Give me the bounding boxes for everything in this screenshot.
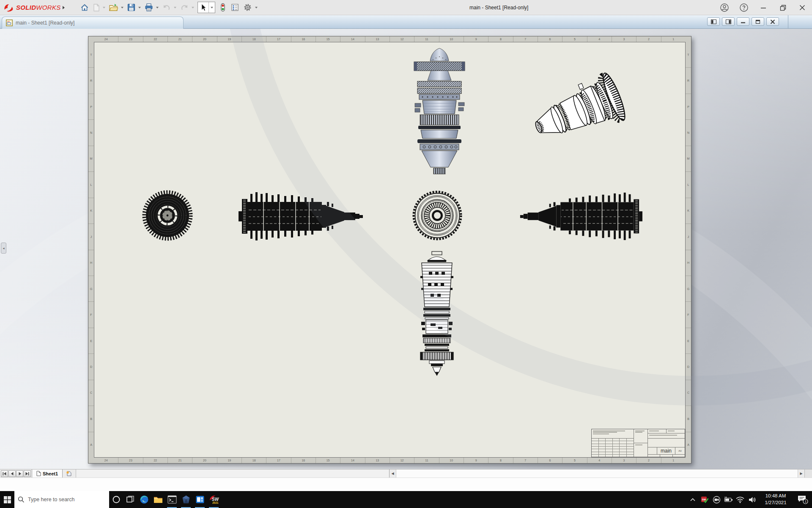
ds-swoosh-icon	[3, 3, 14, 12]
doc-close-button[interactable]	[766, 17, 779, 26]
minimize-button[interactable]	[758, 2, 769, 13]
taskbar-clock[interactable]: 10:48 AM 1/27/2021	[758, 493, 793, 506]
solidworks-logo: SOLIDWORKS	[0, 3, 69, 12]
file-properties-button[interactable]	[229, 2, 241, 14]
add-sheet-button[interactable]	[63, 469, 76, 478]
zone-label: 17	[266, 458, 291, 463]
print-caret[interactable]	[156, 7, 159, 8]
notification-center-button[interactable]: 1	[793, 491, 812, 508]
hidden-icons-button[interactable]	[687, 491, 699, 508]
undo-button[interactable]	[161, 2, 173, 14]
zone-label: 13	[365, 36, 390, 42]
search-icon	[18, 496, 25, 503]
task-pane-collapse-arrow[interactable]: ◂	[1, 243, 6, 254]
wifi-button[interactable]	[734, 491, 746, 508]
terminal-button[interactable]	[165, 491, 179, 508]
scroll-right-arrow[interactable]: ▶	[798, 469, 804, 478]
window-controls	[719, 0, 808, 15]
app-window-button[interactable]	[193, 491, 207, 508]
drawing-view-isometric[interactable]	[526, 69, 636, 148]
options-caret[interactable]	[255, 7, 258, 8]
undo-caret[interactable]	[174, 7, 176, 8]
split-right-button[interactable]	[722, 17, 735, 26]
undo-icon	[162, 4, 171, 11]
drawing-view-side-left[interactable]	[239, 189, 365, 244]
file-explorer-button[interactable]	[151, 491, 165, 508]
save-caret[interactable]	[138, 7, 141, 8]
last-sheet-button[interactable]	[24, 470, 31, 477]
solidworks-2021-icon: SW 2021	[209, 494, 219, 505]
battery-icon	[724, 496, 733, 504]
horizontal-scrollbar[interactable]: ◀ ▶	[389, 469, 812, 478]
open-button[interactable]	[107, 2, 120, 14]
battery-button[interactable]	[722, 491, 734, 508]
next-sheet-button[interactable]	[16, 470, 23, 477]
close-button[interactable]	[797, 2, 808, 13]
new-document-button[interactable]	[91, 2, 102, 14]
rebuild-button[interactable]	[217, 2, 228, 14]
split-left-button[interactable]	[707, 17, 720, 26]
drawing-view-top-shaded[interactable]	[412, 47, 467, 175]
solidworks-monitor-button[interactable]: SW	[699, 491, 710, 508]
home-button[interactable]	[79, 2, 91, 14]
restore-button[interactable]	[777, 2, 788, 13]
zone-strip-top: 242322212019181716151413121110987654321	[94, 36, 686, 42]
prism-app-button[interactable]	[179, 491, 193, 508]
document-tab[interactable]: main - Sheet1 [Read-only]	[2, 17, 184, 29]
select-tool-caret[interactable]	[208, 2, 215, 13]
zone-label: 21	[168, 36, 192, 42]
edge-button[interactable]	[137, 491, 151, 508]
notification-count: 1	[805, 500, 807, 503]
zone-label: 7	[513, 36, 538, 42]
task-view-button[interactable]	[123, 491, 137, 508]
solidworks-app-button[interactable]: SW 2021	[207, 491, 221, 508]
search-input[interactable]	[28, 497, 100, 502]
sheet-size-label: A0	[675, 447, 685, 454]
start-button[interactable]	[0, 491, 14, 508]
zone-strip-bottom: 242322212019181716151413121110987654321	[94, 458, 686, 463]
volume-button[interactable]	[746, 491, 758, 508]
scroll-left-arrow[interactable]: ◀	[390, 469, 396, 478]
first-sheet-button[interactable]	[1, 470, 8, 477]
minimize-icon	[760, 5, 766, 11]
zone-label: 10	[439, 458, 464, 463]
zone-label: M	[88, 146, 94, 172]
tab-sheet1[interactable]: Sheet1	[32, 469, 63, 478]
cortana-button[interactable]	[109, 491, 123, 508]
doc-restore-button[interactable]	[752, 17, 764, 26]
drawing-view-rear-circular[interactable]	[411, 190, 464, 241]
redo-caret[interactable]	[192, 7, 194, 8]
zone-label: 21	[168, 458, 192, 463]
save-button[interactable]	[126, 2, 137, 14]
drawing-view-front-fan[interactable]	[142, 190, 193, 241]
new-document-caret[interactable]	[103, 7, 105, 8]
select-tool-button[interactable]	[198, 2, 208, 13]
zone-label: 20	[192, 458, 217, 463]
drawing-sheet[interactable]: 242322212019181716151413121110987654321 …	[88, 36, 691, 464]
zone-label: 4	[587, 458, 612, 463]
print-button[interactable]	[143, 2, 155, 14]
windows-start-icon	[4, 496, 11, 503]
flyout-chevron-icon[interactable]	[63, 6, 65, 10]
zone-label: L	[686, 172, 691, 198]
account-button[interactable]	[719, 2, 730, 13]
drawing-view-side-right[interactable]	[518, 189, 642, 244]
zone-label: B	[686, 406, 691, 432]
graphics-area[interactable]: 242322212019181716151413121110987654321 …	[0, 29, 812, 469]
drawing-view-bottom[interactable]	[412, 251, 462, 377]
open-caret[interactable]	[121, 7, 123, 8]
help-button[interactable]	[738, 2, 749, 13]
redo-button[interactable]	[178, 2, 190, 14]
zone-label: N	[686, 120, 691, 146]
zone-label: 8	[488, 36, 513, 42]
scroll-track[interactable]	[396, 469, 798, 478]
prev-sheet-button[interactable]	[8, 470, 16, 477]
options-button[interactable]	[241, 2, 254, 14]
home-icon	[80, 3, 89, 12]
solidworks-window: SOLIDWORKS	[0, 0, 812, 508]
zone-label: J	[88, 224, 94, 250]
doc-minimize-button[interactable]	[737, 17, 749, 26]
meet-now-button[interactable]	[710, 491, 722, 508]
taskbar-search[interactable]	[14, 491, 109, 508]
pane-splitter-handle[interactable]	[804, 469, 812, 478]
